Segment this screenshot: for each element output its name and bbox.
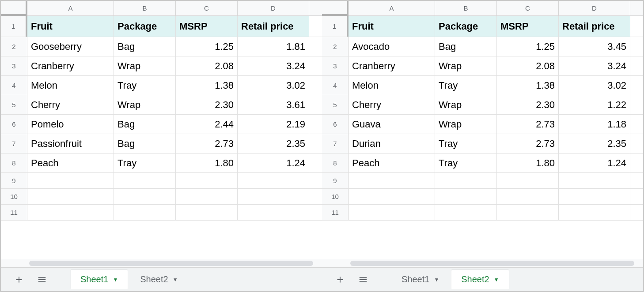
cell[interactable] [497,173,559,188]
cell[interactable]: 2.73 [497,115,559,134]
row-header[interactable]: 5 [322,95,349,114]
cell[interactable]: Melon [27,76,114,95]
all-sheets-button[interactable] [353,270,373,290]
row-header[interactable]: 6 [1,115,27,134]
column-header-C[interactable]: C [176,1,238,15]
cell[interactable]: 2.35 [238,134,309,153]
cell[interactable]: 3.45 [559,37,630,56]
cell[interactable]: Retail price [559,16,630,37]
cell[interactable] [114,205,176,220]
tab-sheet1[interactable]: Sheet1 ▼ [71,270,128,289]
cell[interactable] [176,173,238,188]
add-sheet-button[interactable] [9,270,29,290]
column-header-A[interactable]: A [349,1,435,15]
cell[interactable] [27,205,114,220]
cell[interactable]: Avocado [349,37,435,56]
cell[interactable] [238,173,309,188]
column-header-A[interactable]: A [27,1,114,15]
cell[interactable]: Wrap [435,115,497,134]
row-header[interactable]: 11 [322,205,349,220]
cell[interactable]: 2.73 [497,134,559,153]
cell[interactable]: 1.25 [497,37,559,56]
cell[interactable]: 3.24 [238,56,309,75]
cell[interactable]: Wrap [114,56,176,75]
cell[interactable]: 1.81 [238,37,309,56]
row-header[interactable]: 2 [322,37,349,56]
cell[interactable] [559,173,630,188]
cell[interactable]: 1.22 [559,95,630,114]
cell[interactable]: Cranberry [349,56,435,75]
cell[interactable] [114,173,176,188]
cell[interactable] [559,205,630,220]
cell[interactable] [559,189,630,204]
cell[interactable] [176,189,238,204]
cell[interactable]: 1.25 [176,37,238,56]
cell[interactable] [435,173,497,188]
row-header[interactable]: 10 [1,189,27,204]
row-header[interactable]: 8 [322,153,349,172]
cell[interactable]: Wrap [435,95,497,114]
row-header[interactable]: 4 [322,76,349,95]
row-header[interactable]: 6 [322,115,349,134]
cell[interactable] [349,173,435,188]
horizontal-scrollbar[interactable] [322,259,643,267]
cell[interactable] [176,205,238,220]
cell[interactable]: Retail price [238,16,309,37]
cell[interactable]: Peach [27,153,114,172]
column-header-D[interactable]: D [559,1,630,15]
cell[interactable]: Peach [349,153,435,172]
cell[interactable]: 1.38 [176,76,238,95]
cell[interactable]: Guava [349,115,435,134]
cell[interactable]: MSRP [497,16,559,37]
row-header[interactable]: 1 [322,16,349,37]
column-header-D[interactable]: D [238,1,309,15]
add-sheet-button[interactable] [330,270,350,290]
column-header-B[interactable]: B [114,1,176,15]
cell[interactable]: Pomelo [27,115,114,134]
all-sheets-button[interactable] [32,270,52,290]
select-all-corner[interactable] [322,1,349,16]
cell[interactable]: Bag [114,115,176,134]
cell[interactable]: 1.80 [176,153,238,172]
cell[interactable]: Package [114,16,176,37]
cell[interactable]: Cherry [349,95,435,114]
cell[interactable] [238,205,309,220]
cell[interactable]: 2.19 [238,115,309,134]
cell[interactable]: MSRP [176,16,238,37]
cell[interactable]: 2.30 [497,95,559,114]
cell[interactable]: 2.44 [176,115,238,134]
cell[interactable]: Bag [435,37,497,56]
cell[interactable]: Bag [114,37,176,56]
cell[interactable]: Tray [114,76,176,95]
cell[interactable]: 3.61 [238,95,309,114]
cell[interactable]: 2.08 [497,56,559,75]
cell[interactable] [349,205,435,220]
cell[interactable]: Wrap [435,56,497,75]
row-header[interactable]: 2 [1,37,27,56]
cell[interactable] [497,205,559,220]
tab-sheet2[interactable]: Sheet2 ▼ [130,270,187,289]
cell[interactable] [238,189,309,204]
cell[interactable]: 1.24 [559,153,630,172]
cell[interactable] [435,189,497,204]
cell[interactable]: Cherry [27,95,114,114]
cell[interactable]: Package [435,16,497,37]
cell[interactable] [349,189,435,204]
cell[interactable]: 3.02 [559,76,630,95]
cell[interactable]: Fruit [349,16,435,37]
row-header[interactable]: 7 [322,134,349,153]
cell[interactable]: 1.18 [559,115,630,134]
cell[interactable]: Tray [435,153,497,172]
row-header[interactable]: 9 [1,173,27,188]
row-header[interactable]: 8 [1,153,27,172]
column-header-B[interactable]: B [435,1,497,15]
row-header[interactable]: 3 [322,56,349,75]
row-header[interactable]: 1 [1,16,27,37]
select-all-corner[interactable] [1,1,27,16]
row-header[interactable]: 4 [1,76,27,95]
row-header[interactable]: 10 [322,189,349,204]
cell[interactable] [497,189,559,204]
horizontal-scrollbar[interactable] [1,259,322,267]
cell[interactable]: 2.08 [176,56,238,75]
cell[interactable]: Melon [349,76,435,95]
